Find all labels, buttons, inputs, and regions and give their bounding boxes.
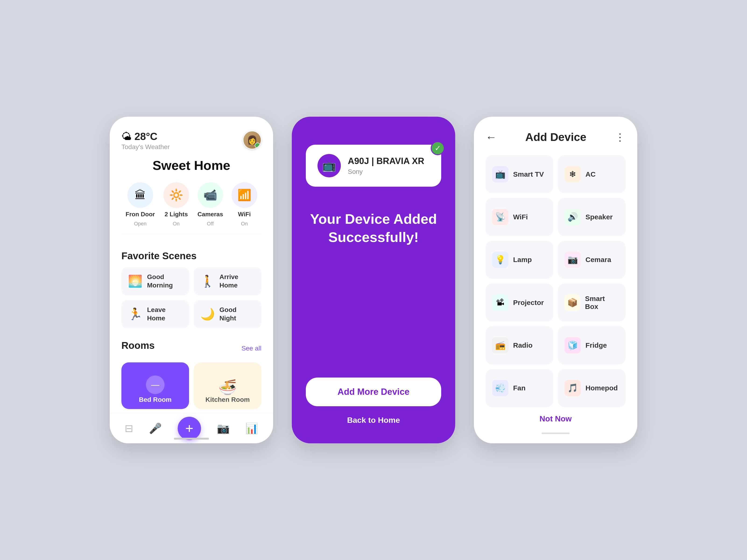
room-bedroom[interactable]: — Bed Room — [121, 363, 189, 409]
weather-label: Today's Weather — [121, 143, 170, 151]
scene-good-night[interactable]: 🌙 Good Night — [194, 300, 261, 328]
device-status: On — [173, 221, 180, 227]
homepod-icon: 🎵 — [564, 380, 581, 396]
device-icon: 📶 — [232, 182, 257, 208]
scene-leave-icon: 🏃 — [128, 307, 143, 321]
device-type-lamp[interactable]: 💡 Lamp — [486, 241, 553, 279]
scene-morning-icon: 🌅 — [128, 274, 143, 288]
device-fron-door[interactable]: 🏛 Fron Door Open — [126, 182, 155, 227]
home-indicator — [174, 438, 209, 439]
scene-leave-home[interactable]: 🏃 Leave Home — [121, 300, 189, 328]
home-title: Sweet Home — [121, 158, 261, 173]
device-info: A90J | BRAVIA XR Sony — [348, 156, 430, 176]
device-type-smart-box[interactable]: 📦 Smart Box — [558, 284, 626, 322]
add-more-device-button[interactable]: Add More Device — [306, 377, 441, 406]
favorite-scenes-section: Favorite Scenes 🌅 Good Morning 🚶 Arrive … — [121, 250, 261, 338]
scene-night-label: Good Night — [220, 306, 255, 323]
scene-arrive-home[interactable]: 🚶 Arrive Home — [194, 267, 261, 295]
device-status: Off — [207, 221, 213, 227]
device-name: WiFi — [238, 211, 251, 218]
device-type-smart-tv[interactable]: 📺 Smart TV — [486, 155, 553, 193]
wifi-label: WiFi — [513, 213, 528, 221]
add-device-title: Add Device — [525, 131, 586, 143]
device-lights[interactable]: 🔆 2 Lights On — [163, 182, 189, 227]
scene-morning-label: Good Morning — [147, 273, 183, 290]
scene-good-morning[interactable]: 🌅 Good Morning — [121, 267, 189, 295]
nav-mic-icon[interactable]: 🎤 — [149, 422, 162, 434]
nav-chart-icon[interactable]: 📊 — [246, 422, 258, 434]
device-status: Open — [134, 221, 147, 227]
projector-label: Projector — [513, 299, 544, 306]
device-card-brand: Sony — [348, 168, 430, 176]
speaker-label: Speaker — [586, 213, 613, 221]
device-type-speaker[interactable]: 🔊 Speaker — [558, 198, 626, 236]
rooms-title: Rooms — [121, 340, 155, 351]
scene-arrive-icon: 🚶 — [200, 274, 215, 288]
smart-box-icon: 📦 — [564, 294, 580, 311]
back-to-home-button[interactable]: Back to Home — [347, 416, 400, 425]
device-type-fridge[interactable]: 🧊 Fridge — [558, 326, 626, 364]
device-connected-card: 📺 A90J | BRAVIA XR Sony ✓ — [306, 145, 441, 187]
device-name: 2 Lights — [164, 211, 188, 218]
nav-home-icon[interactable]: ⊟ — [125, 422, 133, 434]
rooms-row: — Bed Room 🍜 Kitchen Room — [121, 363, 261, 409]
device-status: On — [241, 221, 248, 227]
scene-night-icon: 🌙 — [200, 307, 215, 321]
device-wifi[interactable]: 📶 WiFi On — [232, 182, 257, 227]
device-type-fan[interactable]: 💨 Fan — [486, 369, 553, 407]
device-type-ac[interactable]: ❄ AC — [558, 155, 626, 193]
device-tv-icon: 📺 — [317, 154, 341, 177]
nav-add-button[interactable]: + — [178, 417, 201, 440]
speaker-icon: 🔊 — [564, 209, 581, 225]
rooms-header: Rooms See all — [121, 340, 261, 357]
device-type-radio[interactable]: 📻 Radio — [486, 326, 553, 364]
kitchen-label: Kitchen Room — [205, 396, 250, 403]
phone-add-device: ← Add Device ⋮ 📺 Smart TV ❄ AC 📡 WiFi 🔊 … — [474, 117, 637, 443]
home-indicator — [542, 433, 570, 434]
fan-icon: 💨 — [492, 380, 509, 396]
device-name: Fron Door — [126, 211, 155, 218]
nav-camera-icon[interactable]: 📷 — [217, 422, 230, 434]
device-icon: 🏛 — [127, 182, 153, 208]
phone-home: 🌤 28°C Today's Weather 👩 Sweet Home 🏛 Fr… — [110, 117, 273, 443]
device-type-homepod[interactable]: 🎵 Homepod — [558, 369, 626, 407]
lamp-icon: 💡 — [492, 251, 509, 268]
avatar[interactable]: 👩 — [243, 131, 261, 149]
device-type-cemara[interactable]: 📷 Cemara — [558, 241, 626, 279]
smart-tv-label: Smart TV — [513, 170, 544, 178]
bedroom-label: Bed Room — [139, 396, 172, 403]
scenes-grid: 🌅 Good Morning 🚶 Arrive Home 🏃 Leave Hom… — [121, 267, 261, 328]
device-name: Cameras — [198, 211, 223, 218]
smart-box-label: Smart Box — [585, 295, 619, 311]
more-options-button[interactable]: ⋮ — [615, 131, 626, 143]
smart-tv-icon: 📺 — [492, 166, 509, 183]
back-button[interactable]: ← — [486, 131, 497, 143]
fridge-icon: 🧊 — [564, 337, 581, 353]
projector-icon: 📽 — [492, 294, 509, 311]
bedroom-icon: — — [146, 375, 164, 394]
checkmark-badge: ✓ — [431, 141, 445, 155]
radio-icon: 📻 — [492, 337, 509, 353]
cemara-label: Cemara — [586, 256, 611, 264]
bottom-nav: ⊟ 🎤 + 📷 📊 — [110, 413, 273, 443]
add-device-header: ← Add Device ⋮ — [486, 131, 626, 143]
device-icon: 🔆 — [163, 182, 189, 208]
devices-row: 🏛 Fron Door Open 🔆 2 Lights On 📹 Cameras… — [121, 182, 261, 234]
weather-widget: 🌤 28°C Today's Weather — [121, 131, 170, 151]
scenes-title: Favorite Scenes — [121, 250, 261, 262]
cemara-icon: 📷 — [564, 251, 581, 268]
room-kitchen[interactable]: 🍜 Kitchen Room — [194, 363, 261, 409]
device-type-projector[interactable]: 📽 Projector — [486, 284, 553, 322]
success-message: Your Device Added Successfully! — [306, 210, 441, 246]
weather-icon: 🌤 — [121, 131, 132, 142]
device-type-wifi[interactable]: 📡 WiFi — [486, 198, 553, 236]
device-cameras[interactable]: 📹 Cameras Off — [198, 182, 223, 227]
wifi-icon: 📡 — [492, 209, 509, 225]
phone-success: 📺 A90J | BRAVIA XR Sony ✓ Your Device Ad… — [292, 117, 455, 443]
rooms-section: Rooms See all — Bed Room 🍜 Kitchen Room — [121, 340, 261, 409]
see-all-link[interactable]: See all — [241, 345, 261, 352]
homepod-label: Homepod — [586, 384, 618, 392]
home-header: 🌤 28°C Today's Weather 👩 — [121, 131, 261, 151]
fan-label: Fan — [513, 384, 525, 392]
not-now-button[interactable]: Not Now — [486, 407, 626, 430]
